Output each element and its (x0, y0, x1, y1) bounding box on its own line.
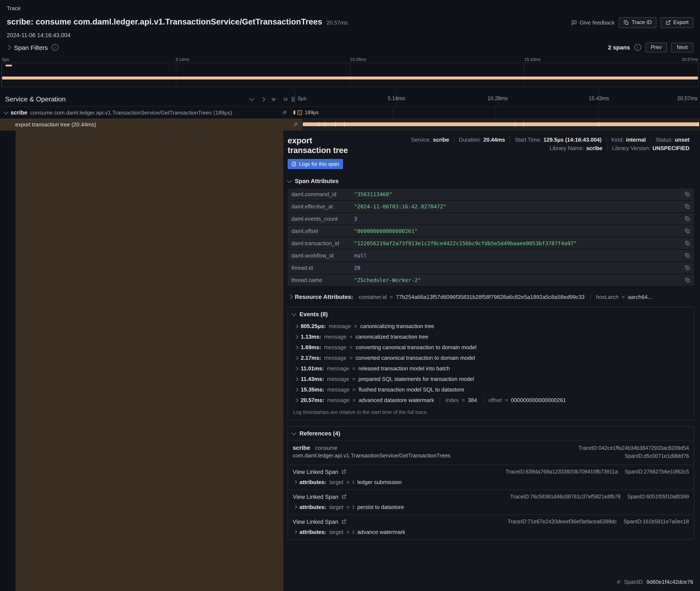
copy-icon[interactable] (685, 277, 690, 283)
linked-trace-id: TraceID:71e67e2420deeef36ef3efacea6399dc (508, 519, 617, 525)
span-bar[interactable] (294, 111, 295, 114)
external-link-icon (341, 519, 346, 524)
page-title: scribe: consume com.daml.ledger.api.v1.T… (7, 17, 322, 26)
view-linked-span-link[interactable]: View Linked Span (293, 469, 346, 475)
chevron-down-icon[interactable] (4, 110, 8, 114)
linked-span-id: SpanID:161b5911e7a0ec18 (624, 519, 689, 525)
meta-value: 129.5μs (14:16:43.004) (543, 136, 602, 143)
span-bar[interactable] (303, 122, 699, 126)
copy-icon[interactable] (685, 204, 690, 209)
copy-icon[interactable] (685, 253, 690, 258)
target-value: persist to datastore (357, 504, 404, 510)
logs-for-span-button[interactable]: Logs for this span (288, 159, 343, 169)
linked-trace-id: TraceID:839da768a12333920b709410fb73911a (506, 469, 618, 475)
info-icon[interactable]: i (634, 44, 641, 51)
expand-others-icon[interactable] (281, 95, 288, 103)
copy-icon[interactable] (685, 241, 690, 246)
attribute-key: daml.command_id (291, 191, 354, 197)
attribute-key: daml.effective_at (291, 203, 354, 210)
attribute-row: daml.command_id "3563113460" (288, 189, 694, 200)
next-span-button[interactable]: Next (672, 43, 693, 52)
event-row[interactable]: 2.17ms:message=converted canonical trans… (288, 352, 694, 363)
copy-icon[interactable] (685, 228, 690, 234)
span-filters-toggle[interactable]: Span Filters i (7, 44, 58, 51)
event-row[interactable]: 11.01ms:message=released transaction mod… (288, 363, 694, 374)
attribute-value: null (354, 252, 367, 259)
equals-sign: = (346, 504, 350, 510)
span-attributes-toggle[interactable]: Span Attributes (288, 178, 694, 184)
event-key: message (324, 334, 347, 340)
view-linked-span-link[interactable]: View Linked Span (293, 519, 346, 525)
copy-icon[interactable] (685, 192, 690, 197)
text-type-icon: ɪ (353, 479, 354, 485)
linked-attributes-toggle[interactable]: attributes: target = ɪ ledger submission (293, 479, 689, 485)
event-row[interactable]: 1.13ms:message=canonicalized transaction… (288, 331, 694, 342)
event-row[interactable]: 11.43ms:message=prepared SQL statements … (288, 374, 694, 384)
references-toggle[interactable]: References (4) (288, 426, 694, 440)
logs-document-icon (291, 161, 296, 167)
event-message: converting canonical transaction to doma… (356, 344, 476, 350)
span-link-icon[interactable] (282, 110, 288, 115)
meta-value: scribe (586, 145, 602, 151)
event-row[interactable]: 805.25μs:message=canonicalizing transact… (288, 321, 694, 331)
minimap-canvas[interactable] (1, 62, 699, 87)
meta-label: Library Name: (549, 145, 584, 151)
chevron-right-icon (295, 388, 298, 391)
chevron-right-icon (295, 398, 298, 402)
event-row[interactable]: 1.69ms:message=converting canonical tran… (288, 342, 694, 352)
trace-timestamp: 2024-11-06 14:16:43.004 (7, 32, 693, 39)
timeline-minimap[interactable]: 0μs 5.14ms 10.28ms 15.43ms 20.57ms (0, 56, 700, 87)
give-feedback-link[interactable]: Give feedback (572, 19, 615, 26)
external-link-icon (341, 495, 346, 500)
attribute-row: daml.events_count 3 (288, 213, 694, 224)
resource-attributes-toggle[interactable]: Resource Attributes: container.id = 77b2… (288, 293, 694, 300)
export-icon (665, 20, 671, 25)
event-row[interactable]: 20.57ms: message = advanced datastore wa… (288, 395, 694, 405)
linked-attributes-toggle[interactable]: attributes: target = ɪ persist to datast… (293, 504, 689, 510)
expand-all-icon[interactable] (259, 95, 267, 103)
axis-tick: 10.28ms (487, 95, 508, 101)
event-key: message (324, 355, 347, 361)
collapse-all-icon[interactable] (248, 95, 255, 103)
column-resize-handle[interactable] (291, 92, 295, 106)
trace-id-button-label: Trace ID (632, 20, 652, 25)
chevron-right-icon (294, 530, 297, 534)
copy-icon[interactable] (685, 216, 690, 221)
external-link-icon (341, 469, 346, 474)
target-value: advance watermark (357, 529, 405, 535)
span-bar-lane[interactable] (302, 119, 700, 130)
link-icon (616, 579, 622, 585)
span-link-icon[interactable] (293, 121, 299, 127)
span-bar-lane[interactable]: 189μs (291, 107, 700, 119)
trace-id-button[interactable]: Trace ID (619, 17, 656, 28)
copy-icon[interactable] (685, 265, 690, 271)
span-row-root[interactable]: scribe consume com.daml.ledger.api.v1.Tr… (0, 107, 700, 119)
span-row-export[interactable]: export transaction tree (20.44ms) (0, 119, 700, 130)
events-toggle[interactable]: Events (8) (288, 307, 694, 321)
event-message: canonicalized transaction tree (356, 334, 428, 340)
events-section: Events (8) 805.25μs:message=canonicalizi… (288, 307, 694, 420)
meta-value: unset (675, 136, 689, 143)
linked-span-row: View Linked Span TraceID:71e67e2420deeef… (288, 515, 694, 539)
chevron-right-icon (288, 294, 292, 299)
reference-operation-path: com.daml.ledger.api.v1.TransactionServic… (293, 452, 451, 459)
collapse-others-icon[interactable] (270, 95, 278, 103)
export-button[interactable]: Export (661, 17, 693, 28)
attribute-row: daml.workflow_id null (288, 250, 694, 261)
event-message: converted canonical transaction to domai… (356, 355, 475, 361)
prev-span-button[interactable]: Prev (645, 43, 667, 52)
event-time: 15.35ms: (301, 386, 324, 393)
equals-sign: = (346, 529, 350, 535)
linked-span-id: SpanID:6051f05f10af0399 (627, 494, 689, 500)
attribute-value: "ZScheduler-Worker-2" (354, 277, 421, 283)
span-service-name: scribe (11, 109, 27, 116)
view-linked-span-link[interactable]: View Linked Span (293, 494, 346, 500)
linked-attributes-toggle[interactable]: attributes: target = ɪ advance watermark (293, 529, 689, 535)
text-type-icon: ɪ (353, 529, 354, 535)
resource-value: aarch64... (628, 293, 652, 300)
copy-icon (624, 20, 629, 25)
info-icon[interactable]: i (52, 44, 58, 51)
reference-root-row[interactable]: scribe consume com.daml.ledger.api.v1.Tr… (288, 440, 694, 465)
event-row[interactable]: 15.35ms:message=flushed transaction mode… (288, 384, 694, 395)
event-message: flushed transaction model SQL to datasto… (359, 386, 464, 393)
